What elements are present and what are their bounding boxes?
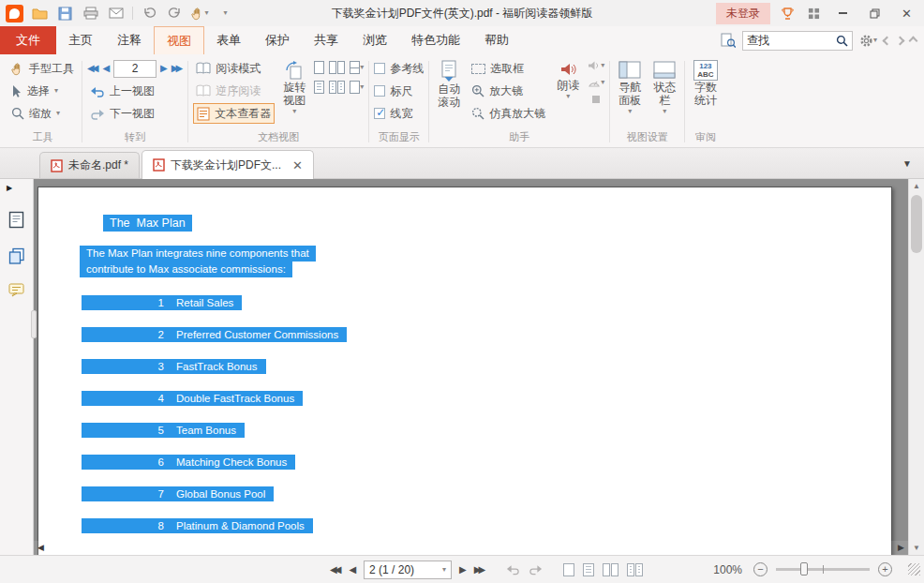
- facing-page-button[interactable]: [329, 61, 345, 74]
- zoom-in-button[interactable]: +: [878, 562, 892, 576]
- single-page-button[interactable]: [314, 61, 324, 74]
- document-tab-untitled[interactable]: 未命名.pdf *: [39, 152, 140, 178]
- selected-text-line[interactable]: 3FastTrack Bonus: [82, 359, 266, 374]
- scroll-down-icon[interactable]: ▼: [909, 541, 924, 555]
- previous-view-button[interactable]: 上一视图: [87, 81, 183, 101]
- selected-text-line[interactable]: contribute to Max associate commissions:: [80, 262, 292, 277]
- scroll-right-icon[interactable]: ▶: [898, 544, 904, 552]
- history-back-button[interactable]: [884, 37, 890, 44]
- tab-comment[interactable]: 注释: [105, 26, 154, 54]
- read-volume-button[interactable]: ▾: [588, 60, 604, 71]
- zoom-tool-button[interactable]: 缩放▾: [8, 103, 77, 124]
- find-in-document-icon[interactable]: [721, 33, 736, 48]
- status-next-view-button[interactable]: [529, 563, 543, 576]
- read-rate-button[interactable]: ▾: [588, 77, 604, 88]
- history-forward-button[interactable]: [897, 37, 903, 44]
- selected-text-line[interactable]: 8Platinum & Diamond Pools: [82, 518, 313, 533]
- tab-close-icon[interactable]: ✕: [292, 159, 303, 172]
- selected-text-line[interactable]: 6Matching Check Bonus: [82, 455, 295, 470]
- selected-text-line[interactable]: The Max Plan: [103, 215, 192, 232]
- auto-scroll-button[interactable]: 自动 滚动: [434, 58, 464, 111]
- tab-protect[interactable]: 保护: [253, 26, 302, 54]
- horizontal-scrollbar[interactable]: ◀ ▶: [34, 541, 908, 555]
- login-button[interactable]: 未登录: [716, 3, 770, 24]
- tab-view[interactable]: 视图: [154, 26, 204, 54]
- read-stop-button[interactable]: [588, 94, 604, 105]
- sidebar-bookmarks-button[interactable]: [8, 211, 24, 229]
- email-button[interactable]: [107, 5, 125, 22]
- status-facing-button[interactable]: [603, 563, 618, 576]
- text-viewer-button[interactable]: 文本查看器: [193, 103, 275, 124]
- tab-home[interactable]: 主页: [56, 26, 105, 54]
- undo-button[interactable]: [141, 5, 158, 22]
- status-previous-view-button[interactable]: [506, 563, 520, 576]
- restore-button[interactable]: [863, 5, 887, 22]
- navigation-panels-button[interactable]: 导航 面板 ▾: [615, 58, 645, 117]
- first-page-button[interactable]: ◀◀: [87, 64, 98, 73]
- zoom-slider[interactable]: [776, 568, 870, 571]
- next-view-button[interactable]: 下一视图: [87, 103, 183, 124]
- selected-text-line[interactable]: The Max Plan integrates nine components …: [80, 246, 316, 262]
- rotate-view-button[interactable]: 旋转 视图 ▾: [279, 58, 309, 117]
- magnifier-button[interactable]: 放大镜: [469, 81, 548, 101]
- status-first-page-button[interactable]: ◀◀: [330, 565, 341, 575]
- open-file-button[interactable]: [31, 5, 49, 22]
- book-view-button[interactable]: ▾: [350, 81, 364, 94]
- marquee-button[interactable]: 选取框: [469, 58, 548, 79]
- next-page-button[interactable]: ▶: [160, 64, 168, 73]
- previous-page-button[interactable]: ◀: [102, 64, 110, 73]
- loupe-button[interactable]: 仿真放大镜: [469, 103, 548, 124]
- rewards-trophy-icon[interactable]: [779, 5, 797, 22]
- status-continuous-button[interactable]: [583, 563, 594, 576]
- line-weights-checkbox-row[interactable]: 线宽: [374, 103, 424, 124]
- last-page-button[interactable]: ▶▶: [171, 64, 183, 73]
- continuous-page-button[interactable]: [314, 81, 324, 94]
- sidebar-expand-icon[interactable]: ▶: [7, 185, 12, 192]
- zoom-slider-handle[interactable]: [800, 562, 808, 576]
- status-continuous-facing-button[interactable]: [627, 563, 643, 576]
- tab-browse[interactable]: 浏览: [350, 26, 399, 54]
- rulers-checkbox[interactable]: [374, 85, 385, 97]
- selected-text-line[interactable]: 5Team Bonus: [82, 423, 245, 438]
- reverse-read-button[interactable]: 逆序阅读: [193, 81, 275, 101]
- selected-text-line[interactable]: 4Double FastTrack Bonus: [82, 391, 303, 406]
- print-button[interactable]: [82, 5, 99, 22]
- continuous-facing-button[interactable]: [329, 81, 345, 94]
- close-button[interactable]: ✕: [895, 5, 918, 22]
- tab-file[interactable]: 文件: [0, 26, 56, 54]
- page-number-input[interactable]: [113, 60, 156, 78]
- scroll-left-icon[interactable]: ◀: [37, 544, 44, 552]
- status-bar-toggle-button[interactable]: 状态 栏 ▾: [649, 58, 679, 117]
- tab-share[interactable]: 共享: [302, 26, 350, 54]
- sidebar-pages-button[interactable]: [8, 247, 25, 264]
- hand-tool-button[interactable]: 手型工具: [8, 58, 77, 79]
- selected-text-line[interactable]: 7Global Bonus Pool: [82, 486, 274, 501]
- select-tool-button[interactable]: 选择▾: [8, 81, 77, 101]
- status-page-selector[interactable]: 2 (1 / 20) ▾: [364, 561, 452, 579]
- tab-list-dropdown[interactable]: ▼: [902, 158, 912, 169]
- window-resize-grip[interactable]: [908, 563, 920, 576]
- word-count-button[interactable]: 123ABC 字数 统计: [690, 58, 721, 109]
- split-view-button[interactable]: ▾: [350, 61, 364, 74]
- save-button[interactable]: [56, 5, 74, 22]
- vertical-scrollbar[interactable]: ▲ ▼: [908, 179, 924, 555]
- collapse-ribbon-button[interactable]: [910, 37, 917, 44]
- settings-gear-button[interactable]: ▾: [859, 34, 877, 48]
- document-tab-active[interactable]: 下载奖金计划PDF文... ✕: [142, 150, 314, 179]
- app-grid-icon[interactable]: [805, 5, 823, 22]
- read-mode-button[interactable]: 阅读模式: [193, 58, 275, 79]
- hand-tool-quick-button[interactable]: ▾: [191, 5, 209, 22]
- status-single-page-button[interactable]: [563, 563, 574, 576]
- read-aloud-button[interactable]: 朗读 ▾: [553, 58, 583, 102]
- scrollbar-thumb[interactable]: [911, 195, 922, 253]
- tab-form[interactable]: 表单: [204, 26, 253, 54]
- status-last-page-button[interactable]: ▶▶: [474, 565, 485, 575]
- minimize-button[interactable]: [831, 5, 855, 22]
- guides-checkbox-row[interactable]: 参考线: [374, 58, 424, 79]
- customize-toolbar-button[interactable]: ▾: [216, 5, 234, 22]
- tab-features[interactable]: 特色功能: [399, 26, 472, 54]
- rulers-checkbox-row[interactable]: 标尺: [374, 81, 424, 101]
- search-icon[interactable]: [836, 35, 848, 47]
- line-weights-checkbox[interactable]: [374, 108, 385, 119]
- zoom-out-button[interactable]: −: [753, 562, 768, 576]
